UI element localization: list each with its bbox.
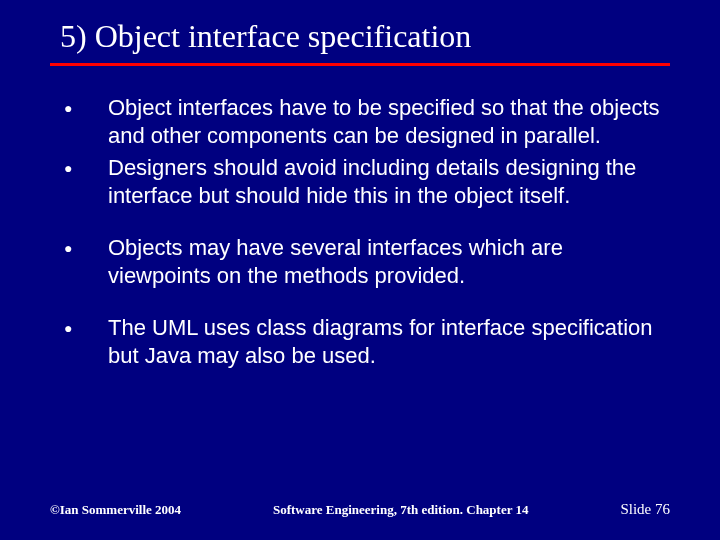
slide: 5) Object interface specification ● Obje…	[0, 0, 720, 540]
slide-title: 5) Object interface specification	[60, 18, 670, 55]
title-rule	[50, 63, 670, 66]
footer-copyright: ©Ian Sommerville 2004	[50, 502, 181, 518]
bullet-marker: ●	[50, 314, 108, 342]
footer-slide-number: Slide 76	[620, 501, 670, 518]
bullet-item: ● Object interfaces have to be specified…	[50, 94, 670, 150]
bullet-item: ● The UML uses class diagrams for interf…	[50, 314, 670, 370]
bullet-item: ● Objects may have several interfaces wh…	[50, 234, 670, 290]
bullet-text: Objects may have several interfaces whic…	[108, 234, 670, 290]
footer: ©Ian Sommerville 2004 Software Engineeri…	[0, 501, 720, 518]
bullet-text: The UML uses class diagrams for interfac…	[108, 314, 670, 370]
footer-book-title: Software Engineering, 7th edition. Chapt…	[273, 502, 529, 518]
content-area: ● Object interfaces have to be specified…	[50, 94, 670, 540]
bullet-marker: ●	[50, 234, 108, 262]
bullet-marker: ●	[50, 154, 108, 182]
bullet-item: ● Designers should avoid including detai…	[50, 154, 670, 210]
bullet-text: Object interfaces have to be specified s…	[108, 94, 670, 150]
bullet-marker: ●	[50, 94, 108, 122]
bullet-text: Designers should avoid including details…	[108, 154, 670, 210]
